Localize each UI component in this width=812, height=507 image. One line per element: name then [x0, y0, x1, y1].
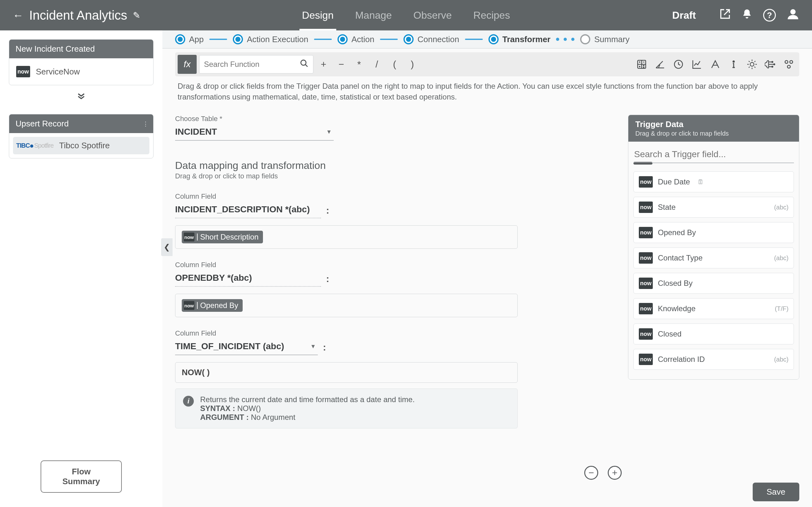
col3-value-box[interactable]: NOW( ): [175, 362, 518, 383]
trigger-field-item[interactable]: nowClosed By: [633, 273, 794, 294]
servicenow-icon: now: [639, 278, 653, 289]
brain-icon[interactable]: [763, 56, 778, 72]
top-tabs: Design Manage Observe Recipes: [299, 0, 513, 31]
step-exec[interactable]: Action Execution: [233, 34, 308, 44]
help-syntax-label: SYNTAX :: [200, 404, 235, 412]
op-plus[interactable]: +: [316, 57, 331, 72]
flow-summary-button[interactable]: Flow Summary: [41, 460, 122, 493]
col2-tag[interactable]: now Opened By: [182, 299, 243, 312]
col1-tag[interactable]: now Short Description: [182, 231, 263, 243]
op-rparen[interactable]: ): [405, 57, 420, 72]
info-icon[interactable]: [726, 56, 742, 72]
trigger-field-item[interactable]: nowCorrelation ID(abc): [633, 349, 794, 370]
action-card-app[interactable]: TIBCSpotfire Tibco Spotfire: [13, 137, 149, 154]
choose-table-value: INCIDENT: [175, 127, 217, 137]
trigger-field-item[interactable]: nowKnowledge(T/F): [633, 298, 794, 319]
draft-status: Draft: [672, 9, 696, 21]
servicenow-icon: now: [639, 176, 653, 187]
tab-observe[interactable]: Observe: [411, 0, 454, 31]
tab-manage[interactable]: Manage: [353, 0, 395, 31]
card-menu-icon[interactable]: ⋮: [143, 120, 146, 127]
col1-value-box[interactable]: now Short Description: [175, 225, 518, 249]
trigger-field-type: (abc): [774, 255, 789, 262]
clock-icon[interactable]: [670, 56, 687, 72]
open-external-icon[interactable]: [719, 8, 731, 22]
bell-icon[interactable]: [742, 9, 752, 22]
servicenow-icon: now: [639, 202, 653, 213]
step-app[interactable]: App: [175, 34, 204, 44]
remove-column-button[interactable]: −: [584, 466, 598, 480]
trigger-panel-sub: Drag & drop or click to map fields: [635, 130, 792, 137]
angle-icon[interactable]: [652, 56, 668, 72]
mapping-sub: Drag & drop or click to map fields: [175, 172, 618, 180]
choose-table-select[interactable]: INCIDENT ▼: [175, 125, 334, 141]
tab-design[interactable]: Design: [299, 0, 336, 31]
save-button[interactable]: Save: [753, 483, 799, 501]
connector-icon: [380, 39, 398, 40]
col2-value-box[interactable]: now Opened By: [175, 294, 518, 317]
tibco-spotfire-icon: TIBCSpotfire: [16, 142, 54, 149]
trigger-field-type: (abc): [774, 356, 789, 363]
trigger-field-label: Closed By: [658, 279, 693, 288]
search-icon[interactable]: [300, 59, 309, 70]
colon: :: [326, 274, 329, 287]
op-mul[interactable]: *: [351, 57, 367, 72]
add-column-button[interactable]: +: [608, 466, 622, 480]
trigger-card[interactable]: New Incident Created now ServiceNow: [9, 39, 154, 85]
math-icon[interactable]: [634, 56, 650, 72]
connector-dots-icon: [556, 38, 574, 41]
svg-point-0: [791, 9, 796, 14]
trigger-field-type: (abc): [774, 204, 789, 211]
col2-field[interactable]: OPENEDBY *(abc): [175, 271, 321, 287]
trigger-field-item[interactable]: nowOpened By: [633, 222, 794, 243]
servicenow-icon: now: [639, 227, 653, 238]
trigger-search-input[interactable]: [633, 147, 794, 163]
servicenow-icon: now: [184, 301, 194, 310]
back-arrow-icon[interactable]: ←: [13, 9, 23, 21]
trigger-field-item[interactable]: nowContact Type(abc): [633, 247, 794, 268]
logic-icon[interactable]: [744, 56, 760, 72]
help-icon[interactable]: ?: [763, 9, 776, 21]
connector-icon: [209, 39, 227, 40]
function-search[interactable]: [199, 55, 313, 73]
op-lparen[interactable]: (: [387, 57, 402, 72]
col1-field[interactable]: INCIDENT_DESCRIPTION *(abc): [175, 203, 321, 218]
tab-recipes[interactable]: Recipes: [471, 0, 513, 31]
mapping-title: Data mapping and transformation: [175, 160, 618, 171]
step-action[interactable]: Action: [338, 34, 374, 44]
trigger-field-label: Opened By: [658, 228, 696, 237]
connector-icon: [465, 39, 483, 40]
settings-icon[interactable]: [781, 56, 797, 72]
svg-point-3: [639, 66, 640, 67]
trigger-field-item[interactable]: nowClosed: [633, 324, 794, 344]
text-icon[interactable]: [707, 56, 723, 72]
action-card[interactable]: Upsert Record ⋮ TIBCSpotfire Tibco Spotf…: [9, 114, 154, 158]
op-minus[interactable]: −: [334, 57, 349, 72]
fx-icon: fx: [177, 55, 197, 74]
trigger-field-item[interactable]: nowDue Date🗓: [633, 171, 794, 192]
trigger-field-type: (T/F): [775, 305, 789, 313]
function-bar: fx + − * / ( ): [175, 52, 799, 76]
svg-point-1: [301, 60, 306, 65]
step-connection[interactable]: Connection: [403, 34, 459, 44]
topbar: ← Incident Analytics ✎ Design Manage Obs…: [0, 0, 812, 31]
trigger-field-label: State: [658, 203, 676, 212]
trigger-field-item[interactable]: nowState(abc): [633, 197, 794, 218]
servicenow-icon: now: [639, 354, 653, 365]
edit-title-icon[interactable]: ✎: [133, 10, 140, 20]
svg-point-13: [790, 60, 793, 63]
help-line1: Returns the current date and time format…: [200, 395, 415, 404]
function-search-input[interactable]: [204, 60, 300, 69]
op-div[interactable]: /: [369, 57, 385, 72]
servicenow-icon: now: [639, 328, 653, 340]
trigger-card-app[interactable]: now ServiceNow: [13, 62, 149, 81]
step-transformer[interactable]: Transformer: [489, 34, 551, 44]
step-summary[interactable]: Summary: [580, 34, 629, 44]
user-icon[interactable]: [786, 8, 799, 23]
collapse-left-icon[interactable]: ❮: [161, 238, 172, 256]
chart-icon[interactable]: [689, 56, 705, 72]
trigger-card-app-label: ServiceNow: [36, 67, 80, 77]
col3-expr: NOW( ): [182, 368, 210, 377]
col3-field[interactable]: TIME_OF_INCIDENT (abc) ▼: [175, 339, 318, 355]
col1-label: Column Field: [175, 192, 618, 201]
